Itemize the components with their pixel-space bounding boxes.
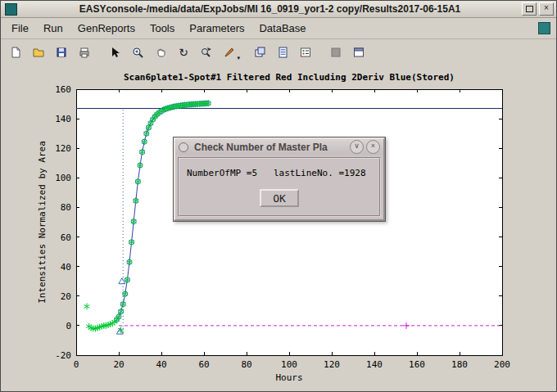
menu-tools[interactable]: Tools xyxy=(143,20,182,37)
window-frame-button[interactable] xyxy=(347,42,370,63)
svg-text:Intensities Normalized by Area: Intensities Normalized by Area xyxy=(37,141,48,304)
menubar-grip-icon xyxy=(538,22,550,34)
svg-text:120: 120 xyxy=(324,359,340,370)
svg-text:Scan6plate1-Spot#1 Filtered Re: Scan6plate1-Spot#1 Filtered Red Includin… xyxy=(124,72,455,83)
save-button[interactable] xyxy=(50,42,73,63)
gray-square-button[interactable] xyxy=(324,42,347,63)
notebook-button[interactable] xyxy=(271,42,294,63)
new-document-button[interactable] xyxy=(4,42,27,63)
menu-genreports[interactable]: GenReports xyxy=(70,20,143,37)
zoom-select-icon xyxy=(200,46,213,59)
svg-text:160: 160 xyxy=(409,359,425,370)
dialog-titlebar[interactable]: Check Number of Master Pla ∨ × xyxy=(175,139,383,155)
open-folder-button[interactable] xyxy=(27,42,50,63)
zoom-select-button[interactable] xyxy=(195,42,218,63)
svg-text:60: 60 xyxy=(61,232,71,243)
save-icon xyxy=(55,46,68,59)
svg-text:60: 60 xyxy=(198,359,209,370)
rotate-icon: ↻ xyxy=(179,47,188,58)
dialog-close-button[interactable]: × xyxy=(366,140,380,154)
menubar: File Run GenReports Tools Parameters Dat… xyxy=(1,18,556,39)
pan-hand-icon xyxy=(154,46,167,59)
legend-icon xyxy=(299,46,312,59)
close-button[interactable]: × xyxy=(539,2,554,16)
dialog-shade-button[interactable]: ∨ xyxy=(350,140,364,154)
svg-text:0: 0 xyxy=(66,321,71,331)
dialog-body: NumberOfMP =5 lastLineNo. =1928 OK xyxy=(178,157,381,217)
dialog-message: NumberOfMP =5 lastLineNo. =1928 xyxy=(187,168,372,178)
brush-icon xyxy=(223,46,236,59)
svg-text:200: 200 xyxy=(494,359,510,370)
svg-text:20: 20 xyxy=(61,291,71,302)
print-button[interactable] xyxy=(73,42,96,63)
svg-text:120: 120 xyxy=(55,143,71,154)
svg-text:-20: -20 xyxy=(55,350,71,361)
pan-hand-button[interactable] xyxy=(149,42,172,63)
toolbar: ↻ ▾ xyxy=(1,39,556,67)
zoom-in-icon xyxy=(131,46,144,59)
dialog-menu-icon[interactable] xyxy=(179,142,188,152)
cursor-tool-button[interactable] xyxy=(103,42,126,63)
window-frame-icon xyxy=(352,46,365,59)
app-icon[interactable] xyxy=(5,3,17,16)
dropdown-caret-icon[interactable]: ▾ xyxy=(237,55,240,61)
svg-text:40: 40 xyxy=(61,262,71,273)
gray-square-icon xyxy=(329,46,342,59)
svg-text:40: 40 xyxy=(156,359,166,370)
zoom-in-button[interactable] xyxy=(126,42,149,63)
menu-database[interactable]: DataBase xyxy=(251,20,313,37)
maximize-icon xyxy=(526,6,533,12)
toolbar-separator xyxy=(317,52,324,53)
menu-file[interactable]: File xyxy=(4,20,36,37)
svg-text:160: 160 xyxy=(55,84,71,95)
svg-text:80: 80 xyxy=(241,359,251,370)
titlebar[interactable]: EASYconsole-/media/data/ExpJobs/MI 16_09… xyxy=(1,1,556,18)
dialog-check-number: Check Number of Master Pla ∨ × NumberOfM… xyxy=(173,137,386,222)
dialog-frame: Check Number of Master Pla ∨ × NumberOfM… xyxy=(174,137,385,221)
print-icon xyxy=(78,46,91,59)
new-document-icon xyxy=(9,46,22,59)
copy-window-button[interactable] xyxy=(248,42,271,63)
cursor-arrow-icon xyxy=(108,46,121,59)
svg-text:Hours: Hours xyxy=(275,372,302,383)
svg-text:20: 20 xyxy=(113,359,124,370)
dialog-title: Check Number of Master Pla xyxy=(188,142,347,153)
open-folder-icon xyxy=(32,46,45,59)
svg-text:140: 140 xyxy=(366,359,383,370)
window-title: EASYconsole-/media/data/ExpJobs/MI 16_09… xyxy=(20,3,519,15)
app-window: EASYconsole-/media/data/ExpJobs/MI 16_09… xyxy=(0,0,557,392)
toolbar-separator xyxy=(96,52,103,53)
brush-button[interactable]: ▾ xyxy=(218,42,241,63)
rotate-button[interactable]: ↻ xyxy=(172,42,195,63)
copy-window-icon xyxy=(253,46,266,59)
svg-text:100: 100 xyxy=(281,359,297,370)
plot-canvas[interactable]: 020406080100120140160180200-200204060801… xyxy=(1,65,556,391)
svg-text:140: 140 xyxy=(55,114,71,124)
menu-run[interactable]: Run xyxy=(36,20,70,37)
svg-text:80: 80 xyxy=(61,202,71,213)
legend-button[interactable] xyxy=(294,42,317,63)
toolbar-separator xyxy=(241,52,248,53)
ok-button[interactable]: OK xyxy=(260,189,299,207)
menu-parameters[interactable]: Parameters xyxy=(182,20,251,37)
figure-area: 020406080100120140160180200-200204060801… xyxy=(1,65,556,391)
svg-text:100: 100 xyxy=(55,173,71,183)
notebook-icon xyxy=(276,46,289,59)
svg-text:180: 180 xyxy=(451,359,468,370)
svg-text:0: 0 xyxy=(74,359,79,370)
maximize-button[interactable] xyxy=(522,2,537,16)
